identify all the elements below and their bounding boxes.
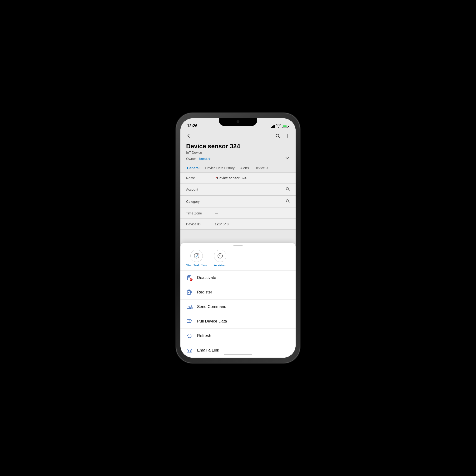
tab-general[interactable]: General	[184, 164, 202, 172]
owner-label: Owner	[186, 157, 196, 161]
tab-device-data-history[interactable]: Device Data History	[202, 164, 238, 172]
back-button[interactable]	[186, 133, 191, 140]
menu-item-pull-device-data[interactable]: Pull Device Data	[180, 314, 296, 329]
field-value-account: ---	[215, 187, 284, 192]
field-name: Name * Device sensor 324	[180, 172, 296, 184]
device-owner-row: Owner fsres4 #	[186, 155, 290, 164]
field-category: Category ---	[180, 196, 296, 208]
field-label-name: Name	[186, 176, 215, 180]
tab-alerts[interactable]: Alerts	[238, 164, 252, 172]
field-label-timezone: Time Zone	[186, 211, 215, 215]
menu-item-send-command[interactable]: Send Command	[180, 300, 296, 314]
owner-link[interactable]: fsres4 #	[199, 157, 210, 161]
svg-rect-13	[187, 349, 192, 352]
sheet-handle	[180, 243, 296, 248]
refresh-icon	[186, 333, 193, 339]
field-label-device-id: Device ID	[186, 222, 215, 226]
quick-action-assistant[interactable]: Assistant	[214, 250, 227, 267]
chevron-down-icon[interactable]	[285, 155, 290, 162]
device-header: Device sensor 324 IoT Device Owner fsres…	[180, 142, 296, 164]
notch	[219, 118, 257, 126]
refresh-label: Refresh	[197, 333, 211, 338]
send-command-label: Send Command	[197, 305, 226, 309]
email-link-label: Email a Link	[197, 348, 219, 353]
menu-item-deactivate[interactable]: Deactivate	[180, 271, 296, 285]
wifi-icon	[276, 124, 281, 128]
owner-info: Owner fsres4 #	[186, 157, 210, 161]
register-label: Register	[197, 290, 212, 295]
signal-icon	[271, 125, 275, 128]
field-value-device-id: 1234543	[215, 222, 290, 226]
field-label-category: Category	[186, 200, 215, 204]
phone-screen: 12:26	[180, 118, 296, 358]
phone-frame: 12:26	[176, 113, 300, 363]
menu-item-email-link[interactable]: Email a Link	[180, 343, 296, 358]
field-label-account: Account	[186, 187, 215, 191]
account-search-icon[interactable]	[286, 187, 290, 192]
category-search-icon[interactable]	[286, 199, 290, 204]
send-command-icon	[186, 304, 193, 310]
battery-icon	[282, 125, 289, 128]
field-value-timezone: ---	[215, 211, 290, 215]
assistant-label: Assistant	[214, 263, 227, 267]
menu-item-refresh[interactable]: Refresh	[180, 329, 296, 343]
tab-device-r[interactable]: Device R	[252, 164, 271, 172]
task-flow-icon	[190, 250, 203, 262]
phone-wrapper: 12:26	[176, 113, 300, 363]
home-indicator	[224, 354, 252, 355]
field-value-category: ---	[215, 200, 284, 204]
field-value-name: Device sensor 324	[217, 176, 290, 180]
top-nav	[180, 130, 296, 142]
camera	[237, 120, 239, 123]
start-task-flow-label: Start Task Flow	[186, 263, 207, 267]
pull-device-data-label: Pull Device Data	[197, 319, 227, 324]
svg-point-6	[220, 256, 221, 257]
field-account: Account ---	[180, 184, 296, 196]
field-timezone: Time Zone ---	[180, 208, 296, 219]
register-icon	[186, 289, 193, 296]
quick-action-start-task-flow[interactable]: Start Task Flow	[186, 250, 207, 267]
deactivate-icon	[186, 274, 193, 281]
menu-item-register[interactable]: Register	[180, 285, 296, 300]
add-button[interactable]	[285, 133, 290, 140]
device-type: IoT Device	[186, 151, 290, 154]
search-button[interactable]	[275, 133, 280, 140]
deactivate-label: Deactivate	[197, 275, 216, 280]
field-device-id: Device ID 1234543	[180, 219, 296, 230]
device-title: Device sensor 324	[186, 143, 290, 150]
fields-container: Name * Device sensor 324 Account ---	[180, 172, 296, 230]
assistant-icon	[214, 250, 226, 262]
handle-bar	[233, 245, 243, 246]
nav-actions	[275, 133, 290, 140]
app-content: Device sensor 324 IoT Device Owner fsres…	[180, 130, 296, 358]
tabs-row: General Device Data History Alerts Devic…	[180, 164, 296, 172]
pull-device-data-icon	[186, 318, 193, 325]
quick-actions: Start Task Flow Assi	[180, 248, 296, 271]
bottom-sheet: Start Task Flow Assi	[180, 243, 296, 358]
status-icons	[271, 124, 289, 128]
email-link-icon	[186, 347, 193, 354]
